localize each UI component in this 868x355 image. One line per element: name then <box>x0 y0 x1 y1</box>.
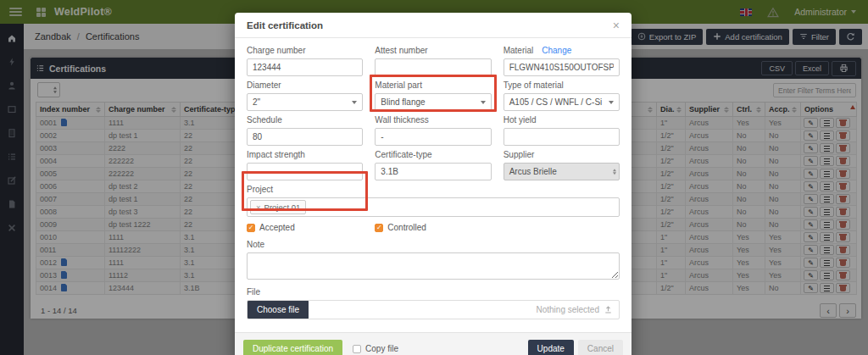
checkbox-icon <box>247 224 255 232</box>
wall-thickness-field: Wall thickness <box>375 115 491 146</box>
modal-footer: Duplicate certification Copy file Update… <box>235 332 632 355</box>
type-of-material-select[interactable]: A105 / CS / WNFL / C-Si <box>504 93 620 111</box>
certificate-type-input[interactable] <box>375 163 491 180</box>
duplicate-certification-button[interactable]: Duplicate certification <box>243 340 342 355</box>
schedule-field: Schedule <box>247 115 363 146</box>
caret-down-icon <box>481 101 486 104</box>
upload-icon <box>604 305 613 314</box>
checkbox-icon <box>375 224 383 232</box>
note-field: Note <box>247 240 620 283</box>
project-tag[interactable]: × Project 01 <box>250 200 306 214</box>
diameter-select[interactable]: 2" <box>247 93 363 111</box>
modal-header: Edit certification × <box>235 13 632 38</box>
diameter-field: Diameter 2" <box>247 80 363 111</box>
schedule-input[interactable] <box>247 128 363 146</box>
file-input[interactable]: Choose file Nothing selected <box>247 300 620 319</box>
certificate-type-field: Certificate-type <box>375 150 491 180</box>
file-field: File Choose file Nothing selected <box>247 287 620 319</box>
controlled-checkbox[interactable]: Controlled <box>375 223 491 232</box>
edit-certification-modal: Edit certification × Charge number Attes… <box>235 13 632 355</box>
modal-title: Edit certification <box>247 20 323 31</box>
supplier-field: Supplier Arcus Brielle <box>504 150 620 180</box>
material-part-field: Material part Blind flange <box>375 80 491 111</box>
impact-strength-input[interactable] <box>247 163 363 180</box>
hot-yield-field: Hot yield <box>504 115 620 146</box>
caret-down-icon <box>352 101 357 104</box>
material-part-select[interactable]: Blind flange <box>375 93 491 111</box>
close-icon[interactable]: × <box>613 19 620 31</box>
file-status-text: Nothing selected <box>537 305 600 314</box>
note-textarea[interactable] <box>247 252 620 280</box>
attest-number-field: Attest number <box>375 46 491 76</box>
checkbox-icon <box>353 345 361 353</box>
supplier-select[interactable]: Arcus Brielle <box>504 163 620 180</box>
project-input[interactable]: × Project 01 <box>247 197 620 217</box>
copy-file-checkbox[interactable]: Copy file <box>353 344 398 353</box>
choose-file-button[interactable]: Choose file <box>248 300 309 319</box>
charge-number-input[interactable] <box>247 58 363 76</box>
hot-yield-input[interactable] <box>504 128 620 146</box>
type-of-material-field: Type of material A105 / CS / WNFL / C-Si <box>504 80 620 111</box>
update-button[interactable]: Update <box>528 340 574 355</box>
remove-tag-icon[interactable]: × <box>256 202 261 212</box>
cancel-button[interactable]: Cancel <box>578 340 623 355</box>
impact-strength-field: Impact strength <box>247 150 363 180</box>
change-material-link[interactable]: Change <box>542 46 571 56</box>
charge-number-field: Charge number <box>247 46 363 76</box>
material-input[interactable] <box>504 58 620 76</box>
accepted-checkbox[interactable]: Accepted <box>247 223 363 232</box>
modal-body: Charge number Attest number MaterialChan… <box>235 38 632 332</box>
project-field: Project × Project 01 <box>247 185 620 217</box>
attest-number-input[interactable] <box>375 58 491 76</box>
wall-thickness-input[interactable] <box>375 128 491 146</box>
select-arrows-icon <box>613 169 616 175</box>
caret-down-icon <box>609 101 614 104</box>
material-field: MaterialChange <box>504 46 620 76</box>
